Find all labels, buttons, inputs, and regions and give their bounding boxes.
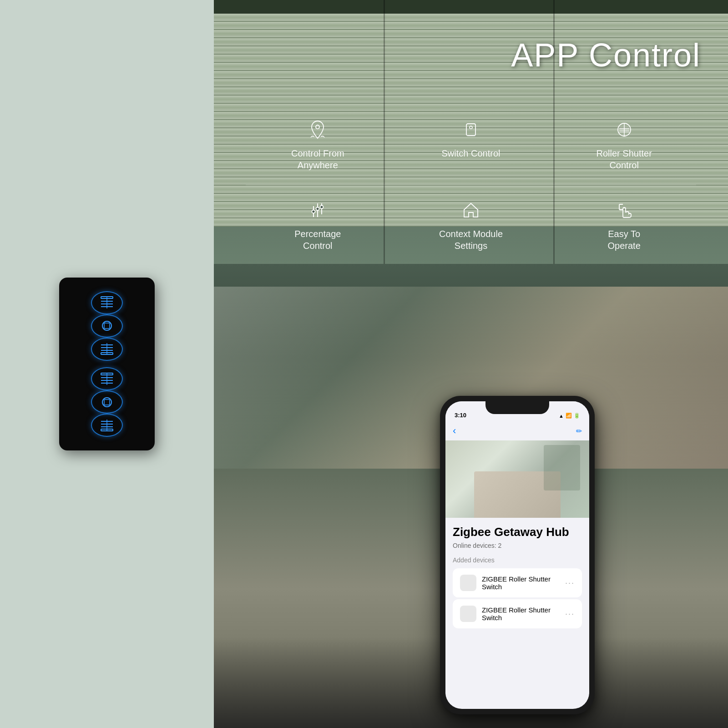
button-blinds-down[interactable] <box>91 338 123 361</box>
roller-shutter-icon <box>613 118 636 141</box>
phone-hero-image <box>445 440 589 518</box>
hand-icon <box>613 199 636 222</box>
feature-percentage-control: PercentageControl <box>241 185 394 265</box>
svg-point-37 <box>320 206 324 209</box>
feature-label-easy-operate: Easy ToOperate <box>608 228 641 252</box>
switch-icon <box>460 118 482 141</box>
battery-icon: 🔋 <box>574 413 580 419</box>
sliders-icon <box>306 199 329 222</box>
phone-device: 3:10 ▲ 📶 🔋 ‹ ✏ <box>440 396 595 714</box>
phone-container: 3:10 ▲ 📶 🔋 ‹ ✏ <box>440 396 595 714</box>
signal-icon: ▲ <box>559 413 564 419</box>
phone-status-icons: ▲ 📶 🔋 <box>559 413 580 419</box>
button-stop-2[interactable] <box>91 390 123 414</box>
right-panel: APP Control Control FromAnywhere <box>214 0 728 728</box>
button-stop[interactable] <box>91 314 123 338</box>
device-name-2: ZIGBEE Roller Shutter Switch <box>482 606 560 622</box>
feature-label-percentage: PercentageControl <box>294 228 341 252</box>
device-name: Zigbee Getaway Hub <box>453 525 582 539</box>
svg-rect-25 <box>466 124 475 136</box>
app-control-title: APP Control <box>511 36 701 74</box>
button-blinds-up[interactable] <box>91 291 123 314</box>
button-blinds-up-2[interactable] <box>91 367 123 390</box>
device-row-1[interactable]: ZIGBEE Roller Shutter Switch ··· <box>453 568 582 597</box>
phone-screen: 3:10 ▲ 📶 🔋 ‹ ✏ <box>445 401 589 709</box>
phone-notch <box>485 401 549 414</box>
phone-nav-header: ‹ ✏ <box>445 421 589 440</box>
feature-label-switch-control: Switch Control <box>442 147 500 159</box>
device-row-2[interactable]: ZIGBEE Roller Shutter Switch ··· <box>453 599 582 628</box>
feature-switch-control: Switch Control <box>394 105 548 185</box>
feature-easy-operate: Easy ToOperate <box>547 185 701 265</box>
svg-point-17 <box>102 398 111 407</box>
svg-point-24 <box>316 125 319 129</box>
svg-rect-18 <box>104 399 110 405</box>
svg-point-5 <box>102 321 111 330</box>
svg-point-35 <box>316 207 319 211</box>
feature-grid: Control FromAnywhere Switch Control <box>241 105 701 265</box>
device-icon-1 <box>460 575 476 591</box>
room-thumbnail <box>445 440 589 518</box>
phone-content: Zigbee Getaway Hub Online devices: 2 Add… <box>445 518 589 637</box>
online-devices: Online devices: 2 <box>453 542 582 549</box>
feature-control-anywhere: Control FromAnywhere <box>241 105 394 185</box>
location-icon <box>306 118 329 141</box>
feature-label-roller-shutter: Roller ShutterControl <box>597 147 652 171</box>
section-added-devices: Added devices <box>453 556 582 564</box>
device-more-2[interactable]: ··· <box>565 609 575 619</box>
svg-point-26 <box>470 126 472 129</box>
back-button[interactable]: ‹ <box>453 425 456 437</box>
feature-context-module: Context ModuleSettings <box>394 185 548 265</box>
device-name-1: ZIGBEE Roller Shutter Switch <box>482 575 560 591</box>
feature-label-context-module: Context ModuleSettings <box>439 228 503 252</box>
wifi-icon: 📶 <box>566 413 572 419</box>
svg-rect-6 <box>104 323 110 329</box>
feature-label-control-anywhere: Control FromAnywhere <box>291 147 344 171</box>
svg-point-36 <box>312 210 315 213</box>
feature-roller-shutter: Roller ShutterControl <box>547 105 701 185</box>
button-blinds-down-2[interactable] <box>91 414 123 437</box>
left-panel <box>0 0 214 728</box>
device-more-1[interactable]: ··· <box>565 578 575 588</box>
edit-button[interactable]: ✏ <box>576 427 582 435</box>
switch-device <box>59 278 155 450</box>
home-icon <box>460 199 482 222</box>
device-icon-2 <box>460 606 476 622</box>
